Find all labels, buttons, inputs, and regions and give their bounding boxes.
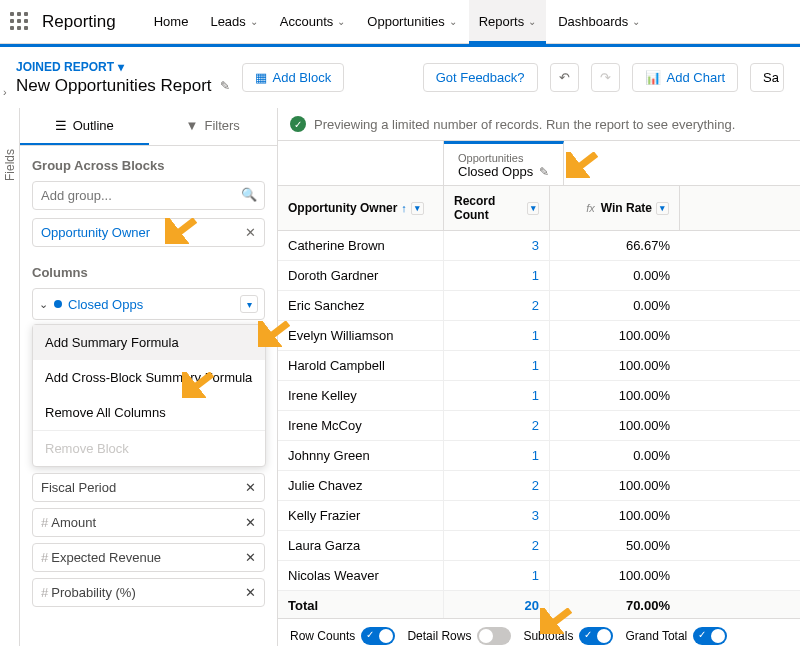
chevron-down-icon: ⌄ xyxy=(449,16,457,27)
group-section-label: Group Across Blocks xyxy=(32,158,265,173)
col-header-owner[interactable]: Opportunity Owner ↑ ▾ xyxy=(278,186,444,230)
edit-title-icon[interactable]: ✎ xyxy=(220,79,230,93)
cell-winrate: 0.00% xyxy=(550,261,680,290)
report-preview: ✓ Previewing a limited number of records… xyxy=(278,108,800,646)
row-counts-label: Row Counts xyxy=(290,629,355,643)
table-row: Eric Sanchez20.00% xyxy=(278,291,800,321)
cell-count[interactable]: 3 xyxy=(444,501,550,530)
cell-count[interactable]: 2 xyxy=(444,531,550,560)
cell-count[interactable]: 2 xyxy=(444,471,550,500)
menu-remove-all-columns[interactable]: Remove All Columns xyxy=(33,395,265,430)
cell-total-count[interactable]: 20 xyxy=(444,591,550,620)
preview-bar: ✓ Previewing a limited number of records… xyxy=(278,108,800,141)
cell-count[interactable]: 2 xyxy=(444,291,550,320)
remove-column-icon[interactable]: ✕ xyxy=(245,550,256,565)
undo-button[interactable]: ↶ xyxy=(550,63,579,92)
col-menu-icon[interactable]: ▾ xyxy=(411,202,424,215)
block-tab-closed-opps[interactable]: Opportunities Closed Opps✎ xyxy=(444,141,564,185)
block-dropdown-menu: Add Summary Formula Add Cross-Block Summ… xyxy=(32,324,266,467)
cell-total-label: Total xyxy=(278,591,444,620)
detail-rows-toggle[interactable] xyxy=(477,627,511,645)
row-counts-toggle[interactable]: ✓ xyxy=(361,627,395,645)
cell-count[interactable]: 1 xyxy=(444,351,550,380)
block-color-dot xyxy=(54,300,62,308)
cell-winrate: 0.00% xyxy=(550,291,680,320)
cell-count[interactable]: 1 xyxy=(444,321,550,350)
cell-owner: Eric Sanchez xyxy=(278,291,444,320)
column-pill[interactable]: #Expected Revenue✕ xyxy=(32,543,265,572)
remove-group-icon[interactable]: ✕ xyxy=(245,225,256,240)
cell-owner: Irene Kelley xyxy=(278,381,444,410)
chevron-down-icon: ⌄ xyxy=(528,16,536,27)
cell-owner: Nicolas Weaver xyxy=(278,561,444,590)
menu-remove-block: Remove Block xyxy=(33,431,265,466)
cell-count[interactable]: 1 xyxy=(444,561,550,590)
formula-icon: fx xyxy=(586,202,595,214)
remove-column-icon[interactable]: ✕ xyxy=(245,585,256,600)
table-row: Laura Garza250.00% xyxy=(278,531,800,561)
menu-add-summary-formula[interactable]: Add Summary Formula xyxy=(33,325,265,360)
col-header-win-rate[interactable]: fxWin Rate ▾ xyxy=(550,186,680,230)
table-row: Harold Campbell1100.00% xyxy=(278,351,800,381)
add-block-button[interactable]: ▦ Add Block xyxy=(242,63,345,92)
cell-winrate: 100.00% xyxy=(550,411,680,440)
footer-toggles: Row Counts✓ Detail Rows Subtotals✓ Grand… xyxy=(278,618,800,652)
table-row: Irene McCoy2100.00% xyxy=(278,411,800,441)
cell-count[interactable]: 1 xyxy=(444,261,550,290)
add-chart-button[interactable]: 📊Add Chart xyxy=(632,63,739,92)
nav-leads[interactable]: Leads⌄ xyxy=(200,0,267,44)
add-group-input[interactable] xyxy=(32,181,265,210)
cell-winrate: 100.00% xyxy=(550,381,680,410)
chevron-down-icon: ⌄ xyxy=(250,16,258,27)
chevron-down-icon: ⌄ xyxy=(632,16,640,27)
menu-add-cross-block[interactable]: Add Cross-Block Summary Formula xyxy=(33,360,265,395)
remove-column-icon[interactable]: ✕ xyxy=(245,515,256,530)
column-pill[interactable]: #Amount✕ xyxy=(32,508,265,537)
builder-panel: ☰ Outline ▼ Filters Group Across Blocks … xyxy=(20,108,278,646)
column-pill[interactable]: #Probability (%)✕ xyxy=(32,578,265,607)
chart-icon: 📊 xyxy=(645,70,661,85)
fields-rail[interactable]: › Fields xyxy=(0,108,20,646)
filters-tab[interactable]: ▼ Filters xyxy=(149,108,278,145)
col-menu-icon[interactable]: ▾ xyxy=(656,202,669,215)
subtotals-toggle[interactable]: ✓ xyxy=(579,627,613,645)
table-row: Catherine Brown366.67% xyxy=(278,231,800,261)
save-button[interactable]: Sa xyxy=(750,63,784,92)
col-header-record-count[interactable]: Record Count ▾ xyxy=(444,186,550,230)
columns-section-label: Columns xyxy=(32,265,265,280)
cell-count[interactable]: 1 xyxy=(444,441,550,470)
caret-down-icon: ⌄ xyxy=(39,298,48,311)
cell-winrate: 66.67% xyxy=(550,231,680,260)
nav-tabs: Home Leads⌄ Accounts⌄ Opportunities⌄ Rep… xyxy=(144,0,651,44)
cell-count[interactable]: 1 xyxy=(444,381,550,410)
cell-count[interactable]: 3 xyxy=(444,231,550,260)
nav-opportunities[interactable]: Opportunities⌄ xyxy=(357,0,466,44)
block-header-closed-opps[interactable]: ⌄ Closed Opps ▾ xyxy=(32,288,265,320)
feedback-button[interactable]: Got Feedback? xyxy=(423,63,538,92)
cell-winrate: 100.00% xyxy=(550,501,680,530)
cell-winrate: 100.00% xyxy=(550,471,680,500)
block-menu-button[interactable]: ▾ xyxy=(240,295,258,313)
column-pill[interactable]: Fiscal Period✕ xyxy=(32,473,265,502)
table-row: Julie Chavez2100.00% xyxy=(278,471,800,501)
col-menu-icon[interactable]: ▾ xyxy=(527,202,539,215)
edit-block-icon[interactable]: ✎ xyxy=(539,165,549,179)
table-row: Evelyn Williamson1100.00% xyxy=(278,321,800,351)
group-pill-opportunity-owner[interactable]: Opportunity Owner ✕ xyxy=(32,218,265,247)
report-type-badge[interactable]: JOINED REPORT ▾ xyxy=(16,60,124,74)
nav-home[interactable]: Home xyxy=(144,0,199,44)
cell-owner: Irene McCoy xyxy=(278,411,444,440)
cell-winrate: 100.00% xyxy=(550,321,680,350)
redo-button[interactable]: ↷ xyxy=(591,63,620,92)
nav-dashboards[interactable]: Dashboards⌄ xyxy=(548,0,650,44)
outline-tab[interactable]: ☰ Outline xyxy=(20,108,149,145)
app-launcher[interactable]: Reporting xyxy=(10,12,116,32)
cell-count[interactable]: 2 xyxy=(444,411,550,440)
grand-total-toggle[interactable]: ✓ xyxy=(693,627,727,645)
nav-reports[interactable]: Reports⌄ xyxy=(469,0,547,44)
nav-accounts[interactable]: Accounts⌄ xyxy=(270,0,355,44)
fields-rail-label: Fields xyxy=(3,149,17,181)
caret-down-icon: ▾ xyxy=(118,60,124,74)
search-icon: 🔍 xyxy=(241,187,257,202)
remove-column-icon[interactable]: ✕ xyxy=(245,480,256,495)
